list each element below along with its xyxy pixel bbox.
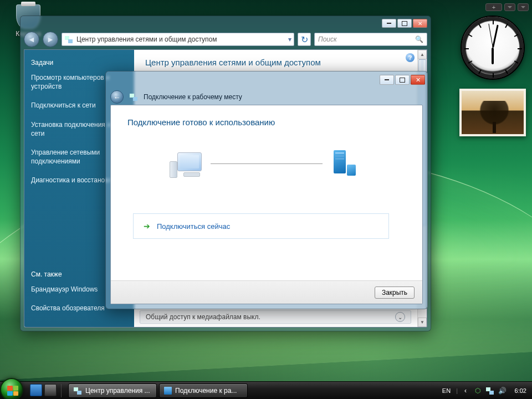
page-title: Центр управления сетями и общим доступом	[134, 50, 427, 71]
search-icon: 🔍	[415, 35, 423, 43]
window-connect-workplace-wizard: ← Подключение к рабочему месту Подключен…	[105, 71, 428, 309]
address-text: Центр управления сетями и общим доступом	[76, 35, 217, 43]
system-tray: EN | ‹ ⬡ 🔊 6:02	[440, 382, 529, 399]
sidebar-heading: Задачи	[31, 59, 127, 66]
quick-launch-show-desktop[interactable]	[30, 384, 42, 396]
wizard-heading: Подключение готово к использованию	[111, 105, 422, 136]
taskbar: Центр управления ... Подключение к ра...…	[0, 381, 532, 399]
clock-hour-hand	[492, 48, 494, 64]
taskbar-label: Подключение к ра...	[175, 387, 237, 395]
wizard-minimize-button[interactable]	[380, 75, 394, 85]
media-sharing-row[interactable]: Общий доступ к медиафайлам выкл. ⌄	[140, 310, 411, 324]
scroll-up-button[interactable]: ▲	[418, 50, 427, 59]
help-icon[interactable]: ?	[406, 53, 415, 62]
wizard-icon	[129, 93, 138, 101]
connect-now-link[interactable]: ➔ Подключиться сейчас	[133, 213, 389, 239]
titlebar[interactable]	[21, 16, 431, 30]
tray-volume-icon[interactable]: 🔊	[498, 386, 507, 395]
expand-icon[interactable]: ⌄	[395, 312, 405, 322]
gadget-add-button[interactable]	[485, 3, 502, 11]
nav-back-button[interactable]: ◄	[24, 32, 39, 47]
address-dropdown-icon[interactable]: ▾	[288, 35, 291, 43]
wizard-maximize-button[interactable]	[395, 75, 410, 85]
window-maximize-button[interactable]	[397, 19, 412, 28]
nav-forward-button[interactable]: ►	[43, 32, 58, 47]
window-minimize-button[interactable]	[382, 19, 396, 28]
tray-separator: |	[456, 387, 458, 394]
connection-diagram	[127, 141, 406, 197]
network-icon	[73, 386, 82, 395]
taskbar-item-network-center[interactable]: Центр управления ...	[68, 383, 157, 398]
connect-now-label: Подключиться сейчас	[157, 222, 230, 231]
windows-logo-icon	[7, 386, 18, 396]
taskbar-clock[interactable]: 6:02	[510, 387, 529, 394]
address-bar[interactable]: Центр управления сетями и общим доступом…	[62, 33, 294, 46]
scroll-down-button[interactable]: ▼	[418, 318, 427, 327]
taskbar-separator	[61, 384, 62, 397]
wizard-back-button[interactable]: ←	[110, 90, 124, 104]
quick-launch-switch-windows[interactable]	[44, 384, 57, 396]
gadget-next-button[interactable]	[518, 3, 529, 11]
network-icon	[64, 35, 73, 44]
slideshow-gadget[interactable]	[459, 89, 526, 136]
wizard-close-button[interactable]	[411, 75, 425, 85]
close-button[interactable]: Закрыть	[375, 287, 415, 299]
wizard-title: Подключение к рабочему месту	[144, 93, 242, 101]
computer-icon	[177, 152, 206, 178]
search-placeholder: Поиск	[318, 35, 337, 43]
wizard-titlebar[interactable]	[106, 71, 427, 88]
gadget-prev-button[interactable]	[504, 3, 515, 11]
clock-minute-hand	[492, 25, 499, 48]
tray-hidden-icons[interactable]: ‹	[461, 386, 470, 395]
refresh-button[interactable]: ↻	[298, 33, 311, 46]
search-input[interactable]: Поиск 🔍	[314, 33, 427, 46]
window-close-button[interactable]	[413, 19, 427, 28]
tray-security-icon[interactable]: ⬡	[473, 386, 482, 395]
taskbar-item-connect-workplace[interactable]: Подключение к ра...	[159, 383, 248, 398]
taskbar-label: Центр управления ...	[85, 387, 150, 395]
arrow-right-icon: ➔	[144, 222, 150, 231]
slideshow-image	[478, 101, 510, 132]
start-button[interactable]	[0, 378, 23, 399]
connection-line-icon	[211, 163, 323, 164]
tray-network-icon[interactable]	[485, 386, 494, 395]
clock-second-hand	[488, 24, 493, 48]
media-sharing-label: Общий доступ к медиафайлам выкл.	[146, 313, 260, 321]
server-icon	[330, 150, 356, 178]
language-indicator[interactable]: EN	[440, 386, 453, 395]
wizard-icon	[164, 387, 172, 395]
clock-gadget[interactable]	[461, 16, 525, 80]
